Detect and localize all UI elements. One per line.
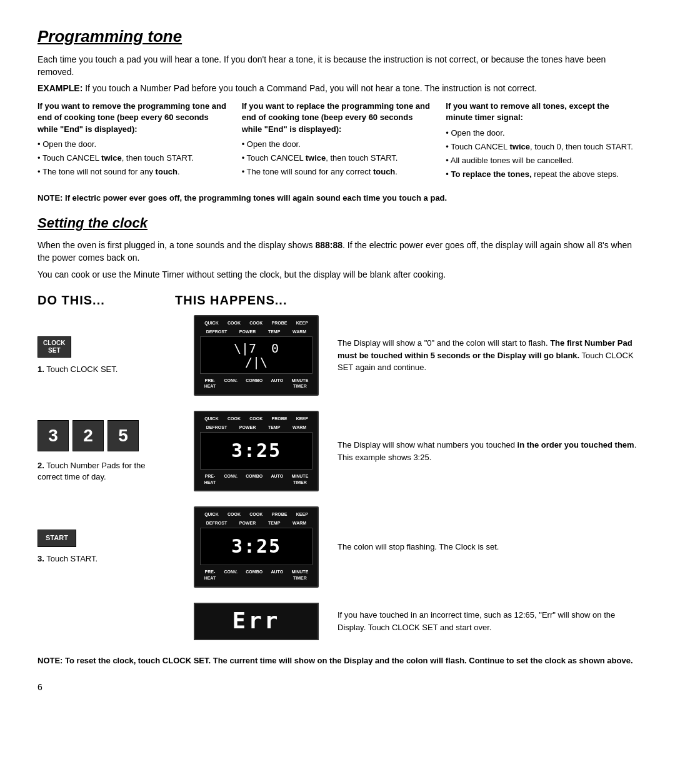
do-this-section: DO THIS... THIS HAPPENS... CLOCKSET 1. T… [38,291,638,640]
step-2-display-col: QUICKCOOKCOOKPROBEKEEP DEFROSTPOWERTEMPW… [181,411,331,491]
step-3-label: 3. Touch START. [38,553,98,565]
col2-header: If you want to replace the programming t… [242,101,434,135]
col3-header: If you want to remove all tones, except … [446,101,638,123]
step-3-screen: 3:25 [200,528,312,565]
step-2-oven-display: QUICKCOOKCOOKPROBEKEEP DEFROSTPOWERTEMPW… [194,411,319,491]
col3-item-2: Touch CANCEL twice, touch 0, then touch … [446,141,638,153]
step-3-screen-text: 3:25 [231,533,281,560]
error-screen-text: Err [232,605,280,636]
col3-item-3: All audible tones will be cancelled. [446,155,638,166]
error-display: Err [194,603,319,640]
column-2: If you want to replace the programming t… [242,101,434,183]
start-button[interactable]: START [38,530,76,546]
step-4-desc: If you have touched in an incorrect time… [338,609,638,633]
oven-bottom-labels-2: PRE-HEATCONV.COMBOAUTOMINUTETIMER [200,473,312,486]
oven-top-labels-2: QUICKCOOKCOOKPROBEKEEP [200,416,312,422]
step-3-oven-display: QUICKCOOKCOOKPROBEKEEP DEFROSTPOWERTEMPW… [194,506,319,587]
num-pad-2[interactable]: 2 [72,420,104,451]
example-text: EXAMPLE: If you touch a Number Pad befor… [38,83,638,95]
step-1-desc: The Display will show a "0" and the colo… [338,337,638,374]
step-3-desc: The colon will stop flashing. The Clock … [338,541,638,553]
clock-set-button[interactable]: CLOCKSET [38,336,71,358]
oven-top-labels-3: QUICKCOOKCOOKPROBEKEEP [200,511,312,518]
col1-item-1: Open the door. [38,139,229,150]
step-2-screen-text: 3:25 [231,438,281,464]
col2-item-2: Touch CANCEL twice, then touch START. [242,153,434,164]
col3-item-1: Open the door. [446,128,638,139]
do-this-label: DO THIS... [38,291,175,309]
oven-top-labels-3b: DEFROSTPOWERTEMPWARM [200,520,312,526]
col1-item-2: Touch CANCEL twice, then touch START. [38,153,229,164]
step-2-desc: The Display will show what numbers you t… [338,439,638,463]
step-2-label: 2. Touch Number Pads for thecorrect time… [38,460,145,483]
col3-item-4: To replace the tones, repeat the above s… [446,169,638,180]
oven-bottom-labels-3: PRE-HEATCONV.COMBOAUTOMINUTETIMER [200,569,312,581]
step-3-row: START 3. Touch START. QUICKCOOKCOOKPROBE… [38,506,638,587]
step-2-do: 3 2 5 2. Touch Number Pads for thecorrec… [38,420,175,483]
step-4-display-col: Err [181,603,331,640]
step-1-do: CLOCKSET 1. Touch CLOCK SET. [38,336,175,375]
oven-top-labels-2b: DEFROSTPOWERTEMPWARM [200,425,312,431]
step-1-row: CLOCKSET 1. Touch CLOCK SET. QUICKCOOKCO… [38,315,638,396]
column-headers: DO THIS... THIS HAPPENS... [38,291,638,309]
step-1-screen: \|7 0/|\ [200,336,312,374]
this-happens-label: THIS HAPPENS... [175,291,406,309]
step-1-display-col: QUICKCOOKCOOKPROBEKEEP DEFROSTPOWERTEMPW… [181,315,331,396]
page-number: 6 [38,681,638,694]
num-pad-3[interactable]: 3 [38,420,69,451]
step-1-oven-display: QUICKCOOKCOOKPROBEKEEP DEFROSTPOWERTEMPW… [194,315,319,396]
column-1: If you want to remove the programming to… [38,101,229,183]
step-2-row: 3 2 5 2. Touch Number Pads for thecorrec… [38,411,638,491]
oven-top-labels-1b: DEFROSTPOWERTEMPWARM [200,329,312,335]
step-2-screen: 3:25 [200,432,312,470]
col1-header: If you want to remove the programming to… [38,101,229,135]
col2-item-1: Open the door. [242,139,434,150]
setting-desc1: When the oven is first plugged in, a ton… [38,239,638,264]
setting-desc2: You can cook or use the Minute Timer wit… [38,269,638,281]
programming-note: NOTE: If electric power ever goes off, t… [38,193,638,204]
number-pads: 3 2 5 [38,420,139,451]
three-columns: If you want to remove the programming to… [38,101,638,183]
num-pad-5[interactable]: 5 [108,420,139,451]
col2-item-3: The tone will sound for any correct touc… [242,166,434,178]
setting-clock-title: Setting the clock [38,214,638,233]
step-1-screen-text: \|7 0/|\ [234,341,279,369]
column-3: If you want to remove all tones, except … [446,101,638,183]
col1-item-3: The tone will not sound for any touch. [38,166,229,178]
final-note: NOTE: To reset the clock, touch CLOCK SE… [38,655,638,666]
intro-text: Each time you touch a pad you will hear … [38,54,638,78]
page-title: Programming tone [38,25,638,48]
step-3-do: START 3. Touch START. [38,530,175,565]
step-3-display-col: QUICKCOOKCOOKPROBEKEEP DEFROSTPOWERTEMPW… [181,506,331,587]
step-1-label: 1. Touch CLOCK SET. [38,364,118,375]
oven-bottom-labels-1: PRE-HEATCONV.COMBOAUTOMINUTETIMER [200,378,312,390]
oven-top-labels-1: QUICKCOOKCOOKPROBEKEEP [200,320,312,326]
step-4-row: Err If you have touched in an incorrect … [38,603,638,640]
